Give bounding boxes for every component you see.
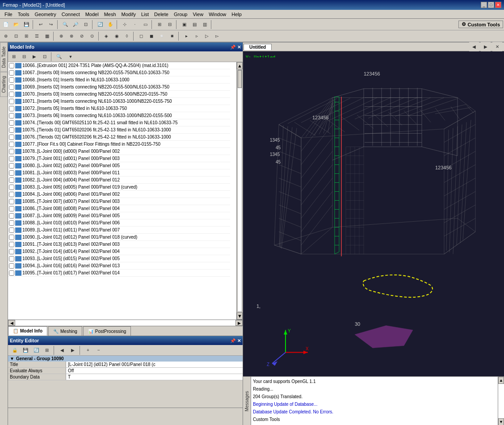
list-checkbox[interactable] (9, 63, 14, 68)
mi-tb-4[interactable]: ⊡ (40, 52, 50, 62)
menu-help[interactable]: Help (229, 11, 244, 17)
list-item[interactable]: 10071..[Inserts 04] Inserts connecting N… (8, 98, 230, 105)
charting-tab[interactable]: Charting (0, 72, 8, 97)
et-grid[interactable]: ⊞ (42, 345, 52, 355)
tb-view3[interactable]: ▥ (200, 20, 210, 29)
list-checkbox[interactable] (9, 135, 14, 140)
list-item[interactable]: 10089..[L-Joint 011] (id011) Panel 001/P… (8, 227, 230, 234)
list-checkbox[interactable] (9, 192, 14, 197)
list-item[interactable]: 10070..[Inserts 03] Inserts connecting N… (8, 91, 230, 98)
list-checkbox[interactable] (9, 242, 14, 247)
list-item[interactable]: 10081..[L-Joint 003] (id003) Panel 000/P… (8, 169, 230, 177)
entity-value-boundary[interactable]: T (66, 374, 243, 380)
menu-model[interactable]: Model (83, 11, 101, 17)
list-item[interactable]: 10095..[T-Joint 017] (id017) Panel 002/P… (8, 269, 230, 277)
list-item[interactable]: 10076..[Tierods 02] GMT65020206 fit.25-4… (8, 134, 230, 141)
tb-undo[interactable]: ↩ (36, 20, 46, 29)
list-checkbox[interactable] (9, 149, 14, 154)
msg-scroll-down[interactable]: ▼ (498, 418, 504, 425)
list-checkbox[interactable] (9, 106, 14, 111)
list-item[interactable]: 10067..[Inserts 00] Inserts connecting N… (8, 69, 230, 76)
tb2-17[interactable]: ▸ (181, 31, 191, 41)
list-item[interactable]: 10090..[L-Joint 012] (id012) Panel 001/P… (8, 234, 230, 241)
tb-redo[interactable]: ↪ (46, 20, 56, 29)
vp-close[interactable]: ✕ (492, 42, 502, 52)
entity-value-evaluate[interactable]: Off (66, 368, 243, 374)
list-checkbox[interactable] (9, 156, 14, 161)
list-checkbox[interactable] (9, 199, 14, 204)
list-item[interactable]: 10077..[Floor Fit.s 00] Cabinet Floor Fi… (8, 141, 230, 148)
tb2-6[interactable]: ⊕ (56, 31, 66, 41)
tb-pan[interactable]: ✋ (105, 20, 115, 29)
tb-node[interactable]: · (130, 20, 140, 29)
scroll-right[interactable]: ▶ (235, 320, 243, 326)
tb-zoom-fit[interactable]: ⊡ (81, 20, 91, 29)
list-item[interactable]: 10068..[Inserts 01] Inserts fitted in NL… (8, 76, 230, 84)
messages-scrollbar[interactable]: ▲ ▼ (498, 377, 504, 425)
list-item[interactable]: 10091..[T-Joint 013] (id013) Panel 002/P… (8, 241, 230, 248)
list-item[interactable]: 10092..[T-Joint 014] (id014) Panel 002/P… (8, 248, 230, 255)
list-item[interactable]: 10084..[L-Joint 006] (id006) Panel 001/P… (8, 191, 230, 198)
list-checkbox[interactable] (9, 256, 14, 261)
scroll-left[interactable]: ◀ (8, 320, 15, 326)
model-info-close[interactable]: ✕ (237, 45, 241, 50)
tb2-12[interactable]: ◊ (122, 31, 132, 41)
list-item[interactable]: 10085..[T-Joint 007] (id007) Panel 001/P… (8, 198, 230, 205)
list-checkbox[interactable] (9, 263, 14, 269)
model-info-list[interactable]: 10066..[Extrusion 001] 2024-T351 Plate (… (8, 62, 236, 320)
tb2-9[interactable]: ⊙ (87, 31, 97, 41)
horiz-track[interactable] (15, 320, 235, 326)
tab-postprocessing[interactable]: 📊 PostProcessing (83, 326, 131, 336)
tb-zoom-out[interactable]: 🔎 (71, 20, 80, 29)
pin-button[interactable]: 📌 (230, 45, 235, 50)
list-item[interactable]: 10094..[L-Joint 016] (id016) Panel 002/P… (8, 262, 230, 269)
menu-tools[interactable]: Tools (15, 11, 32, 17)
list-item[interactable]: 10066..[Extrusion 001] 2024-T351 Plate (… (8, 62, 230, 69)
tb-select[interactable]: ⊹ (120, 20, 130, 29)
list-checkbox[interactable] (9, 92, 14, 97)
menu-view[interactable]: View (190, 11, 206, 17)
tb2-16[interactable]: ◾ (167, 31, 177, 41)
list-item[interactable]: 10088..[L-Joint 010] (id010) Panel 001/P… (8, 219, 230, 227)
mi-tb-filter[interactable]: ▼ (64, 52, 77, 62)
tb-new[interactable]: 📄 (1, 20, 11, 29)
tb2-19[interactable]: ▷ (202, 31, 212, 41)
msg-scroll-track[interactable] (498, 384, 504, 418)
scroll-down[interactable]: ▼ (237, 312, 243, 320)
tb-element[interactable]: ▭ (140, 20, 150, 29)
et-next[interactable]: ▶ (68, 345, 78, 355)
menu-geometry[interactable]: Geometry (32, 11, 59, 17)
list-checkbox[interactable] (9, 213, 14, 219)
list-checkbox[interactable] (9, 185, 14, 190)
list-item[interactable]: 10075..[Tierods 01] GMT65020206 fit.25-4… (8, 126, 230, 134)
scroll-up[interactable]: ▲ (237, 62, 243, 69)
tb2-3[interactable]: ⊞ (21, 31, 31, 41)
scroll-thumb[interactable] (238, 70, 242, 88)
list-checkbox[interactable] (9, 70, 14, 76)
list-checkbox[interactable] (9, 99, 14, 104)
mi-tb-2[interactable]: ⊟ (19, 52, 29, 62)
list-item[interactable]: 10072..[Inserts 05] Inserts fitted in NL… (8, 105, 230, 112)
list-checkbox[interactable] (9, 84, 14, 90)
menu-delete[interactable]: Delete (151, 11, 171, 17)
maximize-button[interactable]: □ (488, 2, 494, 8)
messages-content[interactable]: Your card supports OpenGL 1.1Reading...2… (251, 377, 498, 425)
list-item[interactable]: 10087..[L-Joint 009] (id009) Panel 001/P… (8, 212, 230, 219)
vp-nav-left[interactable]: ◀ (469, 42, 479, 52)
window-controls[interactable]: _ □ ✕ (481, 2, 501, 8)
entity-pin-button[interactable]: 📌 (230, 338, 235, 343)
et-add[interactable]: + (83, 345, 93, 355)
list-item[interactable]: 10074..[Tierods 00] GMT65025110 fit.25-4… (8, 119, 230, 126)
list-checkbox[interactable] (9, 170, 14, 176)
list-scrollbar[interactable]: ▲ ▼ (236, 62, 243, 320)
tb-save[interactable]: 💾 (21, 20, 31, 29)
custom-tools-button[interactable]: ⚙ Custom Tools (458, 21, 503, 28)
tb2-13[interactable]: ◻ (136, 31, 146, 41)
menu-modify[interactable]: Modify (119, 11, 139, 17)
list-item[interactable]: 10080..[L-Joint 002] (id002) Panel 000/P… (8, 162, 230, 169)
tab-meshing[interactable]: 🔧 Meshing (48, 326, 82, 336)
et-save[interactable]: 💾 (21, 345, 30, 355)
list-item[interactable]: 10073..[Inserts 06] Inserts connecting N… (8, 112, 230, 119)
et-del[interactable]: − (94, 345, 104, 355)
list-item[interactable]: 10082..[L-Joint 004] (id004) Panel 000/P… (8, 177, 230, 184)
